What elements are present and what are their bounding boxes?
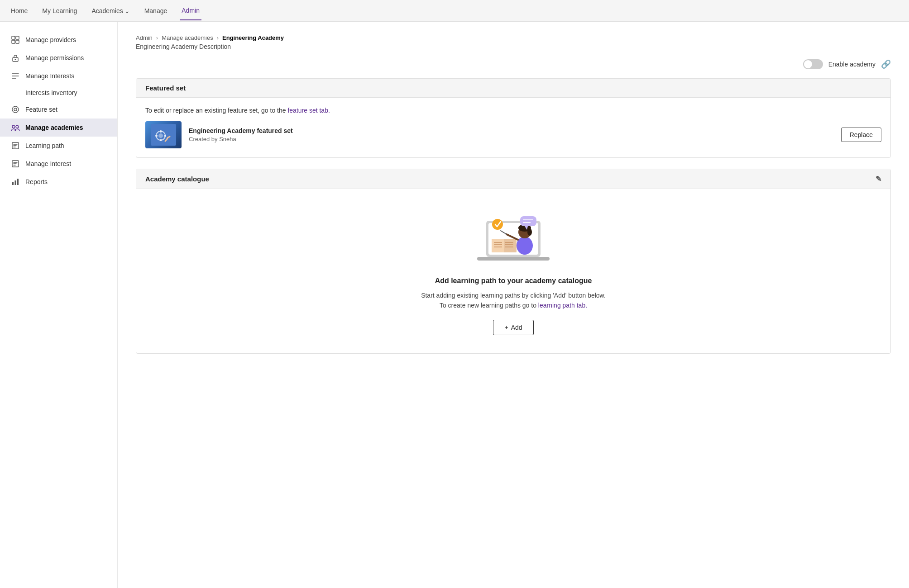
svg-rect-2 xyxy=(12,40,15,43)
svg-rect-24 xyxy=(477,257,550,261)
catalogue-svg xyxy=(473,207,554,266)
featured-set-body: To edit or replace an existing feature s… xyxy=(136,98,890,157)
svg-rect-0 xyxy=(12,36,15,39)
interests-icon xyxy=(11,71,20,81)
nav-manage[interactable]: Manage xyxy=(143,2,169,20)
sidebar-item-manage-interest[interactable]: Manage Interest xyxy=(0,155,117,173)
academy-catalogue-body: Add learning path to your academy catalo… xyxy=(136,189,890,353)
svg-point-40 xyxy=(492,219,503,230)
svg-rect-13 xyxy=(15,180,16,185)
featured-item-title: Engineering Academy featured set xyxy=(189,127,834,134)
sidebar-label-reports: Reports xyxy=(25,178,48,185)
top-navigation: Home My Learning Academies ⌄ Manage Admi… xyxy=(0,0,909,22)
providers-icon xyxy=(11,35,20,44)
breadcrumb: Admin › Manage academies › Engineering A… xyxy=(136,34,891,41)
sidebar-label-feature-set: Feature set xyxy=(25,106,57,113)
sidebar-label-manage-interests: Manage Interests xyxy=(25,72,74,80)
svg-point-7 xyxy=(14,108,17,111)
sidebar-label-learning-path: Learning path xyxy=(25,142,64,149)
academy-catalogue-card: Academy catalogue ✎ xyxy=(136,169,891,354)
feature-set-tab-link[interactable]: feature set tab. xyxy=(287,107,330,114)
svg-rect-14 xyxy=(17,179,19,185)
svg-rect-27 xyxy=(504,239,517,252)
sidebar-label-interests-inventory: Interests inventory xyxy=(25,89,77,96)
sidebar-item-learning-path[interactable]: Learning path xyxy=(0,137,117,155)
sidebar-item-manage-academies[interactable]: Manage academies xyxy=(0,119,117,137)
sidebar: Manage providers Manage permissions Mana… xyxy=(0,22,118,588)
sidebar-item-interests-inventory[interactable]: Interests inventory xyxy=(0,85,117,100)
academy-catalogue-title: Academy catalogue xyxy=(145,175,209,183)
enable-academy-toggle[interactable] xyxy=(803,59,823,69)
svg-rect-18 xyxy=(160,130,162,133)
add-button[interactable]: + Add xyxy=(493,320,533,335)
sidebar-item-manage-providers[interactable]: Manage providers xyxy=(0,31,117,49)
sidebar-label-manage-permissions: Manage permissions xyxy=(25,54,84,62)
svg-rect-41 xyxy=(520,216,536,226)
plus-icon: + xyxy=(504,324,508,331)
chevron-down-icon: ⌄ xyxy=(124,7,130,14)
svg-rect-21 xyxy=(164,135,166,137)
breadcrumb-admin[interactable]: Admin xyxy=(136,34,153,41)
svg-rect-26 xyxy=(492,239,504,252)
manage-academies-icon xyxy=(11,123,20,132)
main-layout: Manage providers Manage permissions Mana… xyxy=(0,22,909,588)
sidebar-item-reports[interactable]: Reports xyxy=(0,173,117,191)
enable-academy-row: Enable academy 🔗 xyxy=(136,59,891,69)
featured-set-header: Featured set xyxy=(136,79,890,98)
page-description: Engineering Academy Description xyxy=(136,43,891,50)
catalogue-illustration xyxy=(473,207,554,266)
enable-academy-label: Enable academy xyxy=(828,61,876,68)
feature-set-icon xyxy=(11,105,20,114)
main-content: Admin › Manage academies › Engineering A… xyxy=(118,22,909,588)
sidebar-item-manage-permissions[interactable]: Manage permissions xyxy=(0,49,117,67)
featured-info: Engineering Academy featured set Created… xyxy=(189,127,834,142)
breadcrumb-manage-academies[interactable]: Manage academies xyxy=(162,34,213,41)
thumbnail-svg xyxy=(151,124,176,146)
edit-icon[interactable]: ✎ xyxy=(876,175,881,183)
permissions-icon xyxy=(11,53,20,62)
feature-set-info: To edit or replace an existing feature s… xyxy=(145,107,881,114)
featured-item-subtitle: Created by Sneha xyxy=(189,136,834,142)
svg-rect-19 xyxy=(160,139,162,141)
replace-button[interactable]: Replace xyxy=(841,128,881,142)
sidebar-item-feature-set[interactable]: Feature set xyxy=(0,100,117,119)
svg-rect-15 xyxy=(151,124,176,146)
learning-path-icon xyxy=(11,141,20,150)
breadcrumb-sep-1: › xyxy=(156,34,158,41)
learning-path-tab-link[interactable]: learning path tab. xyxy=(538,302,587,309)
nav-my-learning[interactable]: My Learning xyxy=(40,2,79,20)
sidebar-item-manage-interests[interactable]: Manage Interests xyxy=(0,67,117,85)
svg-rect-12 xyxy=(12,182,14,185)
add-button-label: Add xyxy=(511,324,522,331)
nav-admin[interactable]: Admin xyxy=(180,1,201,20)
breadcrumb-current: Engineering Academy xyxy=(222,34,284,41)
svg-point-5 xyxy=(15,59,16,60)
svg-point-17 xyxy=(158,133,163,138)
svg-rect-3 xyxy=(16,40,19,43)
featured-set-title: Featured set xyxy=(145,84,186,92)
academy-catalogue-header: Academy catalogue ✎ xyxy=(136,169,890,189)
svg-rect-20 xyxy=(155,135,158,137)
svg-point-37 xyxy=(527,228,532,236)
svg-rect-1 xyxy=(16,36,19,39)
svg-point-34 xyxy=(517,237,533,255)
sidebar-label-manage-academies: Manage academies xyxy=(25,124,83,131)
featured-thumbnail xyxy=(145,121,182,148)
nav-academies[interactable]: Academies ⌄ xyxy=(90,2,131,20)
svg-point-6 xyxy=(12,106,19,113)
featured-item: Engineering Academy featured set Created… xyxy=(145,121,881,148)
svg-point-8 xyxy=(12,125,15,128)
external-link-icon[interactable]: 🔗 xyxy=(881,59,891,69)
breadcrumb-sep-2: › xyxy=(217,34,219,41)
reports-icon xyxy=(11,177,20,186)
catalogue-empty-desc: Start adding existing learning paths by … xyxy=(421,290,606,311)
featured-set-card: Featured set To edit or replace an exist… xyxy=(136,78,891,158)
catalogue-empty-title: Add learning path to your academy catalo… xyxy=(435,277,592,285)
sidebar-label-manage-providers: Manage providers xyxy=(25,36,76,43)
sidebar-label-manage-interest: Manage Interest xyxy=(25,160,71,167)
svg-point-9 xyxy=(16,125,19,128)
nav-home[interactable]: Home xyxy=(9,2,29,20)
manage-interest-icon xyxy=(11,159,20,168)
